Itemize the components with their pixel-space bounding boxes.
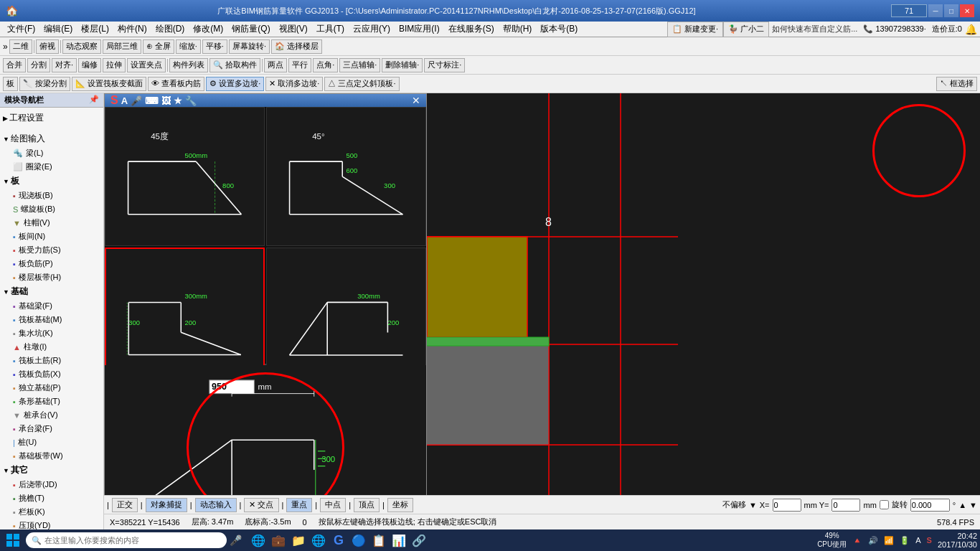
dialog-cell-2[interactable]: 45° 500 600 300 边坡节点2 [266, 107, 426, 246]
menu-version[interactable]: 版本号(B) [536, 22, 582, 37]
sidebar-item-slabfujin[interactable]: ▪板负筋(P) [1, 257, 102, 270]
btn-grip[interactable]: 设置夹点 [127, 58, 166, 72]
taskbar-app-7[interactable]: 📊 [391, 532, 407, 548]
sidebar-item-pilecap[interactable]: ▼桩承台(V) [1, 408, 102, 422]
btn-three-point-aux[interactable]: 三点辅轴· [339, 58, 380, 72]
sidebar-drawing-header[interactable]: ▼绘图输入 [1, 131, 102, 146]
btn-cancel-multislope[interactable]: ✕ 取消多边坡· [265, 77, 323, 91]
menu-view[interactable]: 视图(V) [275, 22, 312, 37]
btn-parallel[interactable]: 平行 [288, 58, 311, 72]
sidebar-item-pile[interactable]: |桩(U) [1, 435, 102, 449]
btn-midpoint[interactable]: 中点 [320, 498, 346, 512]
btn-fullscreen[interactable]: ⊕ 全屏 [143, 39, 174, 54]
menu-bim[interactable]: BIM应用(I) [395, 22, 444, 37]
btn-modify[interactable]: 编修 [78, 58, 101, 72]
close-button[interactable]: ✕ [960, 4, 974, 17]
sidebar-item-boardspace[interactable]: ▪板间(N) [1, 230, 102, 243]
sidebar-item-foundbeam[interactable]: ▪基础梁(F) [1, 299, 102, 313]
btn-del-aux[interactable]: 删除辅轴· [382, 58, 423, 72]
btn-component-list[interactable]: 构件列表 [169, 58, 208, 72]
menu-online[interactable]: 在线服务(S) [444, 22, 499, 37]
sidebar-pin[interactable]: 📌 [89, 95, 99, 104]
sidebar-item-colbump[interactable]: ▲柱墩(I) [1, 340, 102, 354]
taskbar-app-4[interactable]: 🌐 [311, 532, 326, 548]
start-button[interactable] [3, 530, 23, 550]
btn-align[interactable]: 对齐· [52, 58, 77, 72]
maximize-button[interactable]: □ [944, 4, 958, 17]
btn-ortho[interactable]: 正交 [112, 498, 138, 512]
sidebar-item-colcap[interactable]: ▼柱帽(V) [1, 216, 102, 230]
sidebar-engsettings-header[interactable]: ▶工程设置 [1, 110, 102, 126]
sidebar-item-railing[interactable]: ▪栏板(K) [1, 505, 102, 519]
rotate-checkbox[interactable] [880, 500, 889, 509]
sidebar-item-raftfound[interactable]: ▪筏板基础(M) [1, 313, 102, 326]
btn-snap[interactable]: 对象捕捉 [146, 498, 187, 512]
dialog-close-button[interactable]: ✕ [412, 95, 420, 106]
new-change-button[interactable]: 📋 新建变更· [667, 22, 723, 37]
sidebar-item-beam[interactable]: 🔩梁(L) [1, 146, 102, 160]
btn-vertex[interactable]: 顶点 [354, 498, 380, 512]
btn-slab-label[interactable]: 板 [3, 77, 18, 91]
btn-view-slab-steel[interactable]: 👁 查看板内筋 [148, 77, 204, 91]
menu-edit[interactable]: 编辑(E) [39, 22, 77, 37]
btn-set-raft-section[interactable]: 📐 设置筏板变截面 [72, 77, 146, 91]
taskbar-search[interactable]: 🔍 在这里输入你要搜索的内容 [26, 532, 227, 548]
taskbar-app-2[interactable]: 💼 [270, 532, 286, 548]
taskbar-app-5[interactable]: 🔵 [351, 532, 367, 548]
taskbar-app-G[interactable]: G [331, 532, 347, 548]
sidebar-item-capbeam[interactable]: ▪承台梁(F) [1, 422, 102, 435]
sidebar-foundation-group[interactable]: ▼基础 [1, 284, 102, 299]
btn-midpoint-h[interactable]: 重点 [286, 498, 312, 512]
taskbar-app-1[interactable]: 🌐 [250, 532, 266, 548]
btn-dynamic[interactable]: 动态输入 [195, 498, 237, 512]
menu-file[interactable]: 文件(F) [3, 22, 39, 37]
btn-dim[interactable]: 尺寸标注· [424, 58, 465, 72]
btn-set-multislope[interactable]: ⚙ 设置多边坡· [206, 77, 264, 91]
taskbar-app-6[interactable]: 📋 [371, 532, 387, 548]
menu-tools[interactable]: 工具(T) [312, 22, 349, 37]
btn-zoom[interactable]: 缩放· [176, 39, 201, 54]
btn-local-3d[interactable]: 局部三维 [103, 39, 141, 54]
btn-split[interactable]: 分割 [27, 58, 50, 72]
menu-steel[interactable]: 钢筋量(Q) [227, 22, 274, 37]
y-input[interactable] [831, 499, 860, 512]
minimize-button[interactable]: ─ [928, 4, 943, 17]
btn-point-angle[interactable]: 点角· [313, 58, 338, 72]
btn-fushi[interactable]: 俯视 [36, 39, 59, 54]
sidebar-item-capstone[interactable]: ▪压顶(YD) [1, 519, 102, 529]
btn-merge[interactable]: 合并 [3, 58, 26, 72]
btn-dynamic-view[interactable]: 动态观察 [62, 39, 101, 54]
sidebar-item-spiralslab[interactable]: S螺旋板(B) [1, 202, 102, 216]
btn-intersection[interactable]: ✕ 交点 [244, 498, 278, 512]
btn-select-mode[interactable]: ↖ 框选择 [936, 77, 977, 91]
rotate-input[interactable] [910, 499, 950, 512]
btn-two-point[interactable]: 两点 [264, 58, 287, 72]
taskbar-app-3[interactable]: 📁 [291, 532, 306, 548]
sidebar-item-castslab[interactable]: ▪现浇板(B) [1, 189, 102, 202]
drawing-area[interactable]: 6 8 [104, 93, 980, 495]
btn-coord[interactable]: 坐标 [387, 498, 413, 512]
sidebar-item-ringbeam[interactable]: ⬜圈梁(E) [1, 160, 102, 174]
sidebar-item-eaves[interactable]: ▪挑檐(T) [1, 491, 102, 505]
sidebar-item-sumppit[interactable]: ▪集水坑(K) [1, 326, 102, 340]
sidebar-other-group[interactable]: ▼其它 [1, 463, 102, 478]
sidebar-item-raftsoil[interactable]: ▪筏板土筋(R) [1, 354, 102, 367]
sidebar-item-isolatedfound[interactable]: ▪独立基础(P) [1, 381, 102, 395]
btn-pan[interactable]: 平移· [202, 39, 227, 54]
sidebar-item-stripfound[interactable]: ▪条形基础(T) [1, 395, 102, 408]
menu-component[interactable]: 构件(N) [113, 22, 151, 37]
sidebar-item-floorbelt[interactable]: ▪楼层板带(H) [1, 270, 102, 284]
btn-select-floor[interactable]: 🏠 选择楼层 [271, 39, 322, 54]
x-input[interactable] [773, 499, 801, 512]
dialog-cell-1[interactable]: 45度 500mm 800 边坡节点1 [105, 107, 265, 246]
menu-floor[interactable]: 楼层(L) [77, 22, 113, 37]
sidebar-item-raftfujin[interactable]: ▪筏板负筋(X) [1, 367, 102, 381]
menu-modify[interactable]: 修改(M) [189, 22, 227, 37]
spin-down[interactable]: ▼ [969, 501, 977, 509]
btn-three-point-slope[interactable]: △ 三点定义斜顶板· [324, 77, 399, 91]
btn-stretch[interactable]: 拉伸 [103, 58, 126, 72]
btn-pick-component[interactable]: 🔍 拾取构件 [209, 58, 260, 72]
menu-cloud[interactable]: 云应用(Y) [349, 22, 395, 37]
sidebar-item-slabsteel[interactable]: ▪板受力筋(S) [1, 243, 102, 257]
spin-up[interactable]: ▲ [958, 501, 966, 509]
